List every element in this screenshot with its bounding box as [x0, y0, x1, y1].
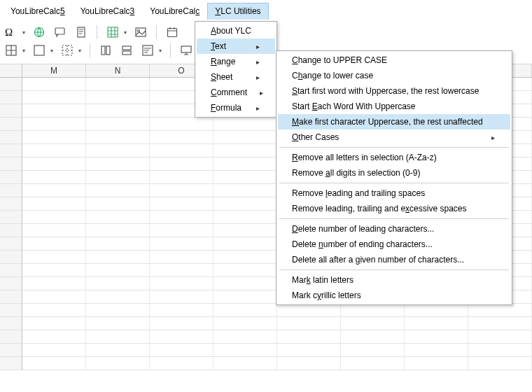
menu-item[interactable]: Text▸: [197, 38, 275, 54]
cell[interactable]: [86, 330, 150, 343]
cell[interactable]: [22, 304, 86, 316]
row-header[interactable]: [0, 237, 22, 250]
cell[interactable]: [277, 304, 341, 316]
cell[interactable]: [150, 344, 214, 356]
row-header[interactable]: [0, 317, 22, 330]
cell[interactable]: [150, 237, 214, 250]
cell[interactable]: [86, 304, 150, 316]
cell[interactable]: [22, 237, 86, 250]
cell[interactable]: [468, 357, 532, 370]
menu-item[interactable]: Mark cyrillic letters: [278, 288, 510, 303]
menubar-item[interactable]: YLC Utilities: [207, 3, 268, 20]
row-header[interactable]: [0, 171, 22, 183]
row-header[interactable]: [0, 184, 22, 197]
date-icon[interactable]: [165, 25, 179, 39]
menu-item[interactable]: Remove leading, trailing and excessive s…: [278, 201, 510, 216]
menu-item[interactable]: Delete number of ending characters...: [278, 237, 510, 252]
cell[interactable]: [214, 184, 277, 197]
omega-icon[interactable]: Ω: [4, 25, 18, 39]
cell[interactable]: [22, 251, 86, 263]
cell[interactable]: [214, 277, 277, 290]
cell[interactable]: [468, 330, 532, 343]
row-header[interactable]: [0, 78, 22, 90]
cell[interactable]: [150, 144, 214, 157]
cell[interactable]: [86, 184, 150, 197]
cell[interactable]: [214, 330, 277, 343]
cell[interactable]: [405, 317, 468, 330]
cell[interactable]: [22, 184, 86, 197]
border-box-icon[interactable]: [32, 43, 46, 57]
cell[interactable]: [341, 344, 405, 356]
cell[interactable]: [150, 184, 214, 197]
comment-icon[interactable]: [53, 25, 67, 39]
cell[interactable]: [150, 290, 214, 303]
row-header[interactable]: [0, 144, 22, 157]
cell[interactable]: [86, 158, 150, 170]
menu-item[interactable]: Delete all after a given number of chara…: [278, 252, 510, 267]
cell[interactable]: [22, 91, 86, 104]
menu-item[interactable]: Start Each Word With Uppercase: [278, 99, 510, 114]
cell[interactable]: [341, 330, 405, 343]
menu-item[interactable]: Range▸: [197, 54, 275, 69]
document-icon[interactable]: [74, 25, 88, 39]
row-header[interactable]: [0, 91, 22, 104]
cell[interactable]: [277, 344, 341, 356]
cell[interactable]: [86, 277, 150, 290]
cell[interactable]: [22, 317, 86, 330]
row-header[interactable]: [0, 158, 22, 170]
cell[interactable]: [86, 131, 150, 144]
cell[interactable]: [22, 131, 86, 144]
menu-item[interactable]: Remove all digits in selection (0-9): [278, 165, 510, 181]
cell[interactable]: [150, 251, 214, 263]
cell[interactable]: [86, 211, 150, 223]
menubar-item[interactable]: YouLibreCalc3: [73, 3, 143, 20]
cell[interactable]: [405, 357, 468, 370]
cell[interactable]: [341, 357, 405, 370]
cell[interactable]: [214, 290, 277, 303]
cell[interactable]: [86, 317, 150, 330]
cell[interactable]: [405, 330, 468, 343]
cell[interactable]: [214, 224, 277, 237]
cell[interactable]: [22, 211, 86, 223]
table-insert-icon[interactable]: [106, 25, 120, 39]
border-dotted-icon[interactable]: [60, 43, 74, 57]
cell[interactable]: [22, 330, 86, 343]
cell[interactable]: [214, 357, 277, 370]
cell[interactable]: [86, 357, 150, 370]
cell[interactable]: [277, 317, 341, 330]
cell[interactable]: [86, 91, 150, 104]
row-header[interactable]: [0, 277, 22, 290]
cell[interactable]: [22, 277, 86, 290]
cell[interactable]: [22, 357, 86, 370]
cell[interactable]: [150, 277, 214, 290]
cell[interactable]: [150, 118, 214, 130]
row-header[interactable]: [0, 197, 22, 210]
cell[interactable]: [150, 171, 214, 183]
menu-item[interactable]: Delete number of leading characters...: [278, 221, 510, 237]
cell[interactable]: [86, 251, 150, 263]
cell[interactable]: [214, 264, 277, 276]
cell[interactable]: [341, 304, 405, 316]
cell[interactable]: [86, 118, 150, 130]
cell[interactable]: [86, 197, 150, 210]
cell[interactable]: [214, 237, 277, 250]
cell[interactable]: [214, 251, 277, 263]
cell[interactable]: [214, 197, 277, 210]
corner-cell[interactable]: [0, 64, 22, 77]
row-header[interactable]: [0, 131, 22, 144]
conditional-format-icon[interactable]: [141, 43, 155, 57]
cell[interactable]: [22, 224, 86, 237]
cell[interactable]: [86, 264, 150, 276]
cell[interactable]: [405, 344, 468, 356]
cell[interactable]: [150, 224, 214, 237]
row-header[interactable]: [0, 118, 22, 130]
cell[interactable]: [150, 317, 214, 330]
cell[interactable]: [86, 144, 150, 157]
cell[interactable]: [86, 237, 150, 250]
cell[interactable]: [150, 264, 214, 276]
cell[interactable]: [86, 290, 150, 303]
cell[interactable]: [150, 330, 214, 343]
menu-item[interactable]: Remove all letters in selection (A-Za-z): [278, 150, 510, 165]
cell[interactable]: [214, 158, 277, 170]
row-header[interactable]: [0, 104, 22, 117]
